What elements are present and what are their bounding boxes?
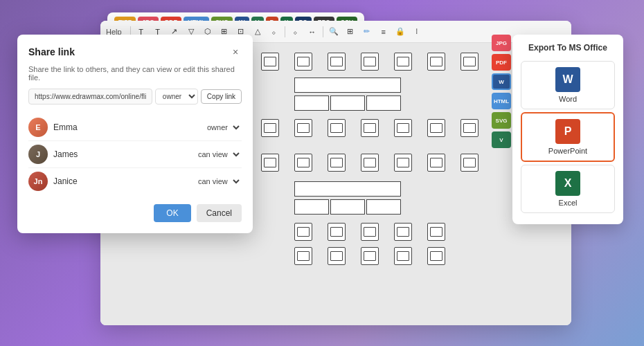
side-mini-buttons: JPG PDF W HTML SVG V: [492, 35, 511, 148]
word-icon: W: [555, 67, 580, 92]
pdf-side-btn[interactable]: PDF: [492, 54, 511, 71]
monitor-r2-6: [294, 119, 312, 137]
monitor-r2-5: [261, 119, 279, 137]
close-dialog-btn[interactable]: ×: [229, 46, 242, 58]
monitor-7: [328, 53, 346, 71]
visio-side-btn[interactable]: V: [492, 131, 511, 148]
monitor-row-bottom: [294, 223, 445, 241]
export-word-item[interactable]: W Word: [521, 61, 615, 109]
word-label: Word: [559, 95, 577, 103]
monitor-b2-1: [294, 247, 312, 265]
monitor-5: [261, 53, 279, 71]
owner-select[interactable]: owner: [155, 89, 198, 104]
desk-group-tr: [294, 78, 401, 112]
monitor-r2-11: [460, 119, 478, 137]
toolbar-sep-3: [323, 26, 323, 37]
monitor-r3-6: [294, 154, 312, 172]
user-row-emma: E Emma owner: [28, 114, 242, 141]
monitor-r3-9: [394, 154, 412, 172]
link-input[interactable]: [28, 89, 152, 104]
monitor-r3-10: [427, 154, 445, 172]
monitor-6: [294, 53, 312, 71]
monitor-8: [361, 53, 379, 71]
dialog-header: Share link ×: [28, 46, 242, 58]
user-list: E Emma owner J James can view Jn Janice …: [28, 114, 242, 194]
monitor-11: [460, 53, 478, 71]
excel-label: Excel: [559, 199, 578, 207]
monitor-r3-5: [261, 154, 279, 172]
avatar-janice: Jn: [28, 172, 48, 191]
pen-btn[interactable]: ✏: [359, 24, 375, 39]
monitor-9: [394, 53, 412, 71]
monitor-b-2: [328, 223, 346, 241]
user-row-janice: Jn Janice can view: [28, 168, 242, 194]
share-dialog: Share link × Share the link to others, a…: [17, 35, 253, 233]
monitor-b-3: [361, 223, 379, 241]
export-ppt-item[interactable]: P PowerPoint: [521, 112, 615, 162]
monitor-row-bottom2: [294, 247, 445, 265]
export-excel-item[interactable]: X Excel: [521, 165, 615, 213]
monitor-r2-8: [361, 119, 379, 137]
lock-btn[interactable]: 🔒: [393, 24, 408, 39]
monitor-b2-2: [328, 247, 346, 265]
copy-link-btn[interactable]: Copy link: [201, 89, 242, 104]
link-row: owner Copy link: [28, 89, 242, 104]
monitor-r3-8: [361, 154, 379, 172]
user-name-emma: Emma: [53, 122, 202, 132]
monitor-r2-9: [394, 119, 412, 137]
html-side-btn[interactable]: HTML: [492, 93, 511, 109]
avatar-emma: E: [28, 118, 48, 137]
user-row-james: J James can view: [28, 141, 242, 168]
role-select-emma[interactable]: owner: [202, 121, 242, 134]
grid-btn[interactable]: ⊞: [343, 24, 358, 39]
monitor-r2-10: [427, 119, 445, 137]
toolbar-sep-2: [285, 26, 285, 37]
ppt-icon: P: [555, 119, 580, 144]
align-btn[interactable]: ≡: [376, 24, 391, 39]
stroke-btn[interactable]: ↔: [305, 24, 320, 39]
monitor-b2-5: [427, 247, 445, 265]
fill-btn[interactable]: ⬦: [288, 24, 303, 39]
dialog-subtitle: Share the link to others, and they can v…: [28, 65, 242, 82]
role-select-james[interactable]: can view: [193, 148, 242, 161]
excel-icon: X: [555, 171, 580, 196]
monitor-b-1: [294, 223, 312, 241]
dialog-title: Share link: [28, 46, 75, 57]
monitor-r3-7: [328, 154, 346, 172]
jpg-side-btn[interactable]: JPG: [492, 35, 511, 51]
avatar-james: J: [28, 145, 48, 164]
export-panel-title: Export To MS Office: [521, 43, 615, 53]
svg-side-btn[interactable]: SVG: [492, 112, 511, 129]
monitor-r2-7: [328, 119, 346, 137]
monitor-b2-4: [394, 247, 412, 265]
desk-group-br: [294, 181, 401, 216]
cancel-btn[interactable]: Cancel: [197, 204, 242, 222]
more-btn[interactable]: ⁞: [409, 24, 424, 39]
monitor-b2-3: [361, 247, 379, 265]
user-name-james: James: [53, 149, 193, 159]
word-side-btn[interactable]: W: [492, 73, 511, 90]
monitor-b-5: [427, 223, 445, 241]
ok-btn[interactable]: OK: [154, 204, 190, 222]
role-select-janice[interactable]: can view: [193, 175, 242, 188]
dialog-footer: OK Cancel: [28, 204, 242, 222]
export-panel: Export To MS Office W Word P PowerPoint …: [512, 35, 623, 224]
monitor-r3-11: [460, 154, 478, 172]
ppt-label: PowerPoint: [548, 147, 587, 155]
zoom-btn[interactable]: 🔍: [326, 24, 341, 39]
monitor-b-4: [394, 223, 412, 241]
diamond-btn[interactable]: ⬦: [267, 24, 282, 39]
monitor-10: [427, 53, 445, 71]
user-name-janice: Janice: [53, 176, 193, 186]
